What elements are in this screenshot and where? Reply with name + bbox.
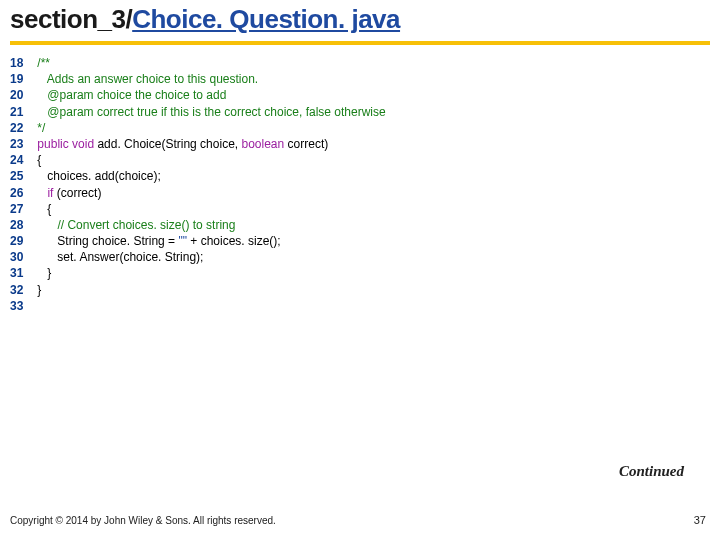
page-number: 37 xyxy=(694,514,706,526)
line-number: 33 xyxy=(10,298,37,314)
code-line: 26 if (correct) xyxy=(10,185,386,201)
code-source: public void add. Choice(String choice, b… xyxy=(37,136,385,152)
title-prefix: section_3 xyxy=(10,4,125,34)
line-number: 20 xyxy=(10,87,37,103)
line-number: 27 xyxy=(10,201,37,217)
code-source: */ xyxy=(37,120,385,136)
code-table: 18/**19 Adds an answer choice to this qu… xyxy=(10,55,386,314)
code-line: 30 set. Answer(choice. String); xyxy=(10,249,386,265)
line-number: 26 xyxy=(10,185,37,201)
code-source xyxy=(37,298,385,314)
code-source: /** xyxy=(37,55,385,71)
line-number: 19 xyxy=(10,71,37,87)
code-source: if (correct) xyxy=(37,185,385,201)
line-number: 31 xyxy=(10,265,37,281)
code-source: String choice. String = "" + choices. si… xyxy=(37,233,385,249)
code-line: 31 } xyxy=(10,265,386,281)
code-line: 28 // Convert choices. size() to string xyxy=(10,217,386,233)
line-number: 29 xyxy=(10,233,37,249)
code-source: { xyxy=(37,201,385,217)
code-line: 20 @param choice the choice to add xyxy=(10,87,386,103)
code-source: } xyxy=(37,265,385,281)
line-number: 23 xyxy=(10,136,37,152)
code-line: 19 Adds an answer choice to this questio… xyxy=(10,71,386,87)
title-file-link[interactable]: Choice. Question. java xyxy=(132,4,400,34)
code-source: @param correct true if this is the corre… xyxy=(37,104,385,120)
line-number: 30 xyxy=(10,249,37,265)
slide-title: section_3/Choice. Question. java xyxy=(0,0,720,35)
line-number: 18 xyxy=(10,55,37,71)
line-number: 22 xyxy=(10,120,37,136)
line-number: 28 xyxy=(10,217,37,233)
code-source: choices. add(choice); xyxy=(37,168,385,184)
code-line: 18/** xyxy=(10,55,386,71)
code-line: 32} xyxy=(10,282,386,298)
code-block: 18/**19 Adds an answer choice to this qu… xyxy=(0,45,720,314)
code-source: { xyxy=(37,152,385,168)
line-number: 24 xyxy=(10,152,37,168)
code-source: set. Answer(choice. String); xyxy=(37,249,385,265)
line-number: 21 xyxy=(10,104,37,120)
code-source: Adds an answer choice to this question. xyxy=(37,71,385,87)
code-source: } xyxy=(37,282,385,298)
code-line: 24{ xyxy=(10,152,386,168)
continued-label: Continued xyxy=(619,463,684,480)
code-line: 21 @param correct true if this is the co… xyxy=(10,104,386,120)
line-number: 25 xyxy=(10,168,37,184)
code-line: 29 String choice. String = "" + choices.… xyxy=(10,233,386,249)
code-line: 27 { xyxy=(10,201,386,217)
code-line: 22*/ xyxy=(10,120,386,136)
code-source: // Convert choices. size() to string xyxy=(37,217,385,233)
line-number: 32 xyxy=(10,282,37,298)
code-source: @param choice the choice to add xyxy=(37,87,385,103)
code-line: 33 xyxy=(10,298,386,314)
code-line: 23public void add. Choice(String choice,… xyxy=(10,136,386,152)
copyright-footer: Copyright © 2014 by John Wiley & Sons. A… xyxy=(10,515,276,526)
code-line: 25 choices. add(choice); xyxy=(10,168,386,184)
